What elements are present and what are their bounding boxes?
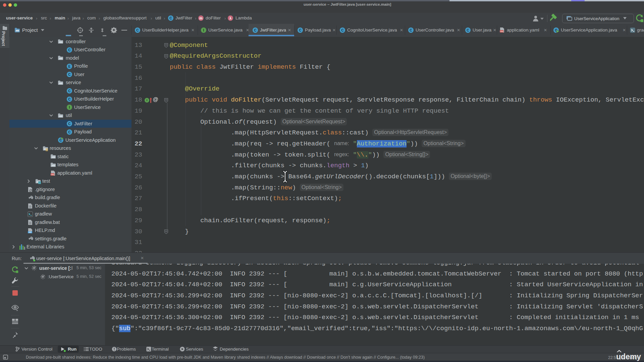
svg-text:MD: MD: [29, 231, 32, 233]
svg-text:YML: YML: [500, 31, 503, 33]
svg-text:udemy: udemy: [616, 352, 641, 361]
svg-text:YML: YML: [51, 174, 54, 176]
